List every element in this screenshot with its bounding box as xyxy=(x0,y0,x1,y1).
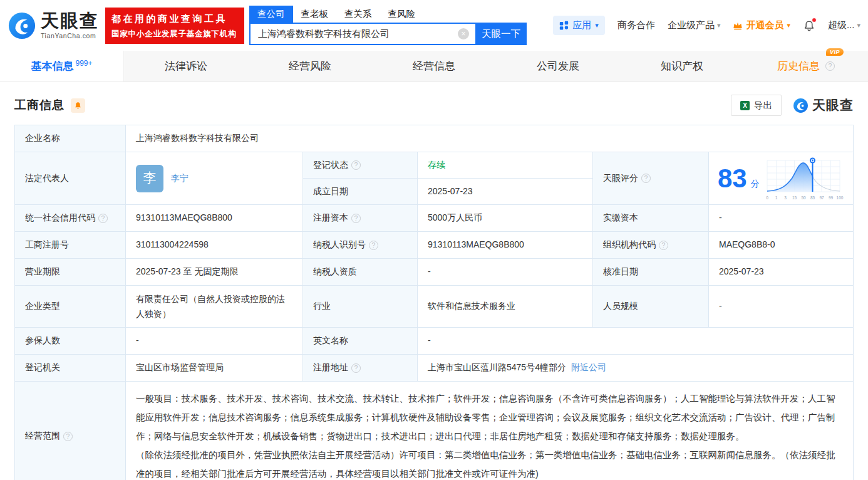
promo-banner-line2: 国家中小企业发展子基金旗下机构 xyxy=(111,29,238,39)
svg-text:97: 97 xyxy=(819,196,824,200)
taxpayer-id-value: 91310113MAEQG8B800 xyxy=(418,232,593,259)
apps-button[interactable]: 应用 ▾ xyxy=(553,16,605,35)
search-area: 查公司 查老板 查关系 查风险 × 天眼一下 xyxy=(249,6,527,45)
score-label: 天眼评分? xyxy=(593,152,709,205)
company-type-label: 企业类型 xyxy=(15,286,126,328)
reg-status-label: 登记状态? xyxy=(303,152,418,179)
insured-value: - xyxy=(126,328,303,355)
legal-rep-link[interactable]: 李宁 xyxy=(171,172,189,185)
taxpayer-id-label: 纳税人识别号? xyxy=(303,232,418,259)
tianyancha-logo-icon xyxy=(793,98,809,113)
legal-rep-value: 李 李宁 xyxy=(126,152,303,205)
tab-history-info[interactable]: 历史信息 VIP ? xyxy=(744,51,868,81)
reg-status-value: 存续 xyxy=(418,152,593,179)
establish-date-label: 成立日期 xyxy=(303,179,418,205)
export-button[interactable]: X 导出 xyxy=(731,95,782,116)
help-icon[interactable]: ? xyxy=(63,432,73,441)
reg-capital-value: 5000万人民币 xyxy=(418,205,593,232)
search-tab-risk[interactable]: 查风险 xyxy=(380,6,424,23)
search-tab-boss[interactable]: 查老板 xyxy=(293,6,337,23)
search-input[interactable] xyxy=(249,23,475,45)
business-term-value: 2025-07-23 至 无固定期限 xyxy=(126,259,303,286)
tab-operational-risk[interactable]: 经营风险 xyxy=(248,51,372,81)
tab-company-development[interactable]: 公司发展 xyxy=(496,51,620,81)
header-nav: 应用 ▾ 商务合作 企业级产品 ▾ 开通会员 ▾ 超级... xyxy=(553,16,860,35)
reg-authority-value: 宝山区市场监督管理局 xyxy=(126,355,303,382)
notification-dot xyxy=(812,18,817,23)
logo-domain: TianYanCha.com xyxy=(41,33,99,39)
chevron-down-icon: ▾ xyxy=(717,21,721,29)
help-icon[interactable]: ? xyxy=(98,214,108,223)
nav-enterprise-products[interactable]: 企业级产品 ▾ xyxy=(668,19,721,31)
reg-number-value: 310113004224598 xyxy=(126,232,303,259)
tab-basic-info[interactable]: 基本信息999+ xyxy=(0,51,124,81)
promo-banner-line1: 都在用的商业查询工具 xyxy=(111,13,238,25)
tab-business-info[interactable]: 经营信息 xyxy=(372,51,496,81)
business-info-table: 企业名称 上海鸿睿数科数字科技有限公司 法定代表人 李 李宁 登记状态? 存续 … xyxy=(14,125,854,480)
legal-rep-label: 法定代表人 xyxy=(15,152,126,205)
tianyancha-logo[interactable]: 天眼查 TianYanCha.com xyxy=(8,11,99,40)
taxpayer-quality-value: - xyxy=(418,259,593,286)
help-icon[interactable]: ? xyxy=(659,241,668,250)
reg-number-label: 工商注册号 xyxy=(15,232,126,259)
search-tab-company[interactable]: 查公司 xyxy=(249,6,293,23)
tianyancha-watermark: 天眼查 xyxy=(793,97,854,114)
business-scope-label: 经营范围? xyxy=(15,382,126,480)
staff-size-value: - xyxy=(709,286,853,328)
reg-authority-label: 登记机关 xyxy=(15,355,126,382)
english-name-value: - xyxy=(418,328,853,355)
company-page-tabs: 基本信息999+ 法律诉讼 经营风险 经营信息 公司发展 知识产权 历史信息 V… xyxy=(0,51,868,82)
industry-value: 软件和信息技术服务业 xyxy=(418,286,593,328)
tianyancha-logo-icon xyxy=(8,11,36,40)
site-header: 天眼查 TianYanCha.com 都在用的商业查询工具 国家中小企业发展子基… xyxy=(0,0,868,51)
reg-capital-label: 注册资本? xyxy=(303,205,418,232)
approval-date-value: 2025-07-23 xyxy=(709,259,853,286)
company-name-label: 企业名称 xyxy=(15,125,126,152)
nav-super-vip[interactable]: 超级... ▾ xyxy=(828,19,860,31)
nav-cooperation[interactable]: 商务合作 xyxy=(617,19,655,31)
count-badge: 999+ xyxy=(75,59,92,68)
score-value: 83 分 0 1 xyxy=(709,152,853,205)
credit-code-value: 91310113MAEQG8B800 xyxy=(126,205,303,232)
svg-text:15: 15 xyxy=(792,196,797,200)
nav-open-vip[interactable]: 开通会员 ▾ xyxy=(733,19,790,31)
insured-label: 参保人数 xyxy=(15,328,126,355)
help-icon[interactable]: ? xyxy=(825,61,835,71)
svg-text:1: 1 xyxy=(775,196,777,200)
org-code-label: 组织机构代码? xyxy=(593,232,709,259)
svg-text:3: 3 xyxy=(784,196,787,200)
watermark-text: 天眼查 xyxy=(812,97,854,114)
help-icon[interactable]: ? xyxy=(351,160,361,170)
subscribe-bell-chip[interactable] xyxy=(71,98,85,113)
search-button[interactable]: 天眼一下 xyxy=(475,23,527,45)
staff-size-label: 人员规模 xyxy=(593,286,709,328)
svg-text:0: 0 xyxy=(766,196,768,200)
promo-banner: 都在用的商业查询工具 国家中小企业发展子基金旗下机构 xyxy=(105,8,244,44)
reg-address-label: 注册地址? xyxy=(303,355,418,382)
notifications-bell[interactable] xyxy=(803,19,815,32)
tab-intellectual-property[interactable]: 知识产权 xyxy=(620,51,744,81)
tab-legal-proceedings[interactable]: 法律诉讼 xyxy=(124,51,248,81)
clear-icon[interactable]: × xyxy=(458,28,469,39)
chevron-down-icon: ▾ xyxy=(595,21,599,29)
taxpayer-quality-label: 纳税人资质 xyxy=(303,259,418,286)
avatar[interactable]: 李 xyxy=(136,165,163,192)
chevron-down-icon: ▾ xyxy=(857,21,860,29)
svg-text:85: 85 xyxy=(810,196,815,200)
help-icon[interactable]: ? xyxy=(369,241,378,250)
help-icon[interactable]: ? xyxy=(351,214,361,223)
org-code-value: MAEQG8B8-0 xyxy=(709,232,853,259)
help-icon[interactable]: ? xyxy=(641,174,651,183)
establish-date-value: 2025-07-23 xyxy=(418,179,593,205)
english-name-label: 英文名称 xyxy=(303,328,418,355)
svg-text:100: 100 xyxy=(836,196,843,200)
credit-code-label: 统一社会信用代码? xyxy=(15,205,126,232)
help-icon[interactable]: ? xyxy=(351,363,361,373)
search-tab-relation[interactable]: 查关系 xyxy=(336,6,380,23)
apps-label: 应用 xyxy=(572,19,591,31)
paid-capital-label: 实缴资本 xyxy=(593,205,709,232)
bell-icon xyxy=(74,102,82,110)
score-number: 83 xyxy=(718,165,747,192)
business-scope-value: 一般项目：技术服务、技术开发、技术咨询、技术交流、技术转让、技术推广；软件开发；… xyxy=(126,382,853,480)
nearby-companies-link[interactable]: 附近公司 xyxy=(571,361,606,375)
